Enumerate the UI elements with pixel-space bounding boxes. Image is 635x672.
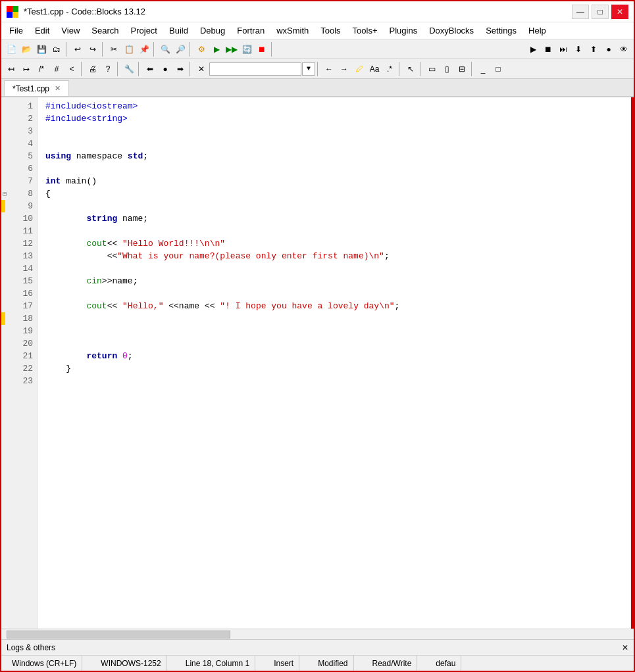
tb-watches[interactable]: 👁 [617,42,631,57]
tb-stop[interactable]: ⏹ [255,42,269,57]
logs-bar: Logs & others ✕ [1,639,634,655]
tb-cut[interactable]: ✂ [107,42,121,57]
code-line-12-str: "Hello World!!!\n\n" [122,239,225,249]
maximize-button[interactable]: □ [592,5,609,19]
tb-indent-less[interactable]: ↤ [4,62,18,76]
tab-bar: *Test1.cpp ✕ [1,79,634,97]
tb-new[interactable]: 📄 [4,42,18,57]
tb-build-icon[interactable]: ⚙ [194,42,209,57]
tb-step-out[interactable]: ⬆ [586,42,601,57]
tb-maximize-editor[interactable]: □ [491,62,505,76]
code-line-1-include1: #include<iostream> [45,101,138,111]
tb-highlight[interactable]: 🖊 [352,62,367,76]
tb-split-v[interactable]: ▯ [440,62,454,76]
menu-build[interactable]: Build [164,24,193,37]
close-button[interactable]: ✕ [611,5,628,19]
line-2: 2 [1,112,37,125]
tb-buildrun[interactable]: ▶▶ [224,42,239,57]
tb-jump-prev[interactable]: ⬅ [143,62,157,76]
tb-sep10 [317,62,320,76]
tb-case[interactable]: Aa [367,62,382,76]
tb-sep4 [190,42,192,57]
tb-printpreview[interactable]: 🖨 [86,62,100,76]
horizontal-scrollbar[interactable] [1,629,634,639]
tb-sep6 [81,62,84,76]
menu-view[interactable]: View [56,24,85,37]
menu-plugins[interactable]: Plugins [384,24,423,37]
menu-search[interactable]: Search [86,24,124,37]
tb-paste[interactable]: 📌 [137,42,151,57]
code-line-17-cout: cout [86,301,107,311]
tb-open[interactable]: 📂 [19,42,34,57]
tb-step-next[interactable]: ⏭ [556,42,571,57]
menu-edit[interactable]: Edit [30,24,55,37]
tb-indent-more[interactable]: ↦ [19,62,34,76]
tb-sep3 [153,42,156,57]
status-permissions: Read/Write [367,656,418,671]
menu-fortran[interactable]: Fortran [232,24,270,37]
tb-cursor[interactable]: ↖ [403,62,418,76]
code-line-5-namespace: namespace [71,151,128,161]
tb-bp-toggle[interactable]: ● [601,42,616,57]
tb-split-both[interactable]: ⊟ [455,62,469,76]
fold-marker: ⊟ [3,190,7,198]
search-input[interactable] [209,62,301,76]
logs-close-icon[interactable]: ✕ [622,643,628,652]
logs-label: Logs & others [7,643,55,652]
menu-tools[interactable]: Tools [315,24,345,37]
tb-undo[interactable]: ↩ [70,42,85,57]
tb-step-into[interactable]: ⬇ [571,42,586,57]
code-line-13-op: << [107,251,118,261]
tb-nav-back[interactable]: ← [322,62,336,76]
tb-minimize-editor[interactable]: _ [476,62,490,76]
minimize-button[interactable]: — [572,5,589,19]
status-encoding: WINDOWS-1252 [95,656,166,671]
menu-doxyblocks[interactable]: DoxyBlocks [424,24,479,37]
tb-redo[interactable]: ↪ [86,42,100,57]
tb-sep2 [102,42,105,57]
hscroll-thumb[interactable] [7,631,230,638]
menu-settings[interactable]: Settings [480,24,522,37]
tb-copy[interactable]: 📋 [122,42,136,57]
code-line-12-cout: cout [86,239,107,249]
window-title: *Test1.cpp - Code::Blocks 13.12 [24,7,145,16]
search-dropdown[interactable]: ▼ [302,62,315,76]
line-4: 4 [1,137,37,150]
menu-toolsplus[interactable]: Tools+ [347,24,383,37]
tb-uncomment[interactable]: # [49,62,64,76]
tb-findnext[interactable]: 🔎 [173,42,188,57]
code-line-10-indent [45,214,86,224]
menu-project[interactable]: Project [126,24,163,37]
tb-split-h[interactable]: ▭ [424,62,439,76]
tb-jump-next[interactable]: ➡ [173,62,188,76]
tab-test1cpp[interactable]: *Test1.cpp ✕ [4,80,69,96]
tb-nav-fwd[interactable]: → [337,62,351,76]
tb-jump-bookmark[interactable]: ● [158,62,172,76]
tb-rebuild[interactable]: 🔄 [240,42,254,57]
tb-comment[interactable]: /* [34,62,49,76]
tb-clear[interactable]: ✕ [194,62,209,76]
menu-wxsmith[interactable]: wxSmith [271,24,314,37]
tb-help2[interactable]: ? [101,62,115,76]
code-editor[interactable]: #include<iostream> #include<string> usin… [38,97,634,629]
tb-saveall[interactable]: 🗂 [49,42,64,57]
line-11: 11 [1,225,37,237]
tb-save[interactable]: 💾 [34,42,49,57]
tb-regex[interactable]: .* [382,62,397,76]
menu-help[interactable]: Help [523,24,551,37]
code-line-5-semi: ; [143,151,148,161]
tb-settings-icon[interactable]: 🔧 [122,62,136,76]
line-3: 3 [1,125,37,137]
tb-bookmarks[interactable]: < [64,62,79,76]
tb-debug-run[interactable]: ▶ [526,42,540,57]
tb-run[interactable]: ▶ [209,42,224,57]
line-6: 6 [1,162,37,175]
app-icon [7,6,18,18]
code-line-10-string: string [86,214,117,224]
tb-debug-stop[interactable]: ⏹ [541,42,555,57]
menu-debug[interactable]: Debug [195,24,230,37]
code-line-15-rest: >>name; [102,276,138,286]
tb-find[interactable]: 🔍 [158,42,172,57]
tab-close-icon[interactable]: ✕ [55,84,61,93]
menu-file[interactable]: File [4,24,28,37]
